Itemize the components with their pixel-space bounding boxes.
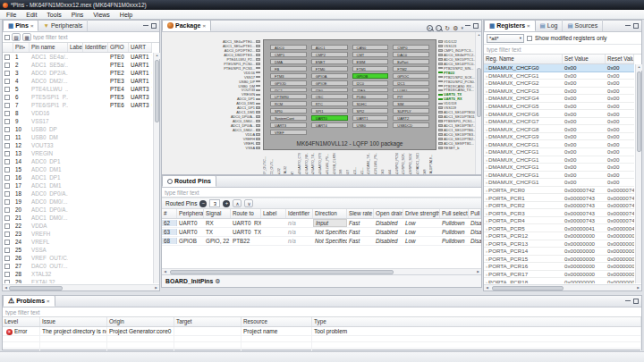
peripheral-block[interactable]: FTM1	[352, 66, 389, 72]
pin-row[interactable]: 17 ADC1_DM1	[3, 181, 152, 189]
register-row[interactable]: ›PORTA_PCR13 0x00000000 0x00000000	[484, 240, 634, 248]
peripheral-block[interactable]: SDHC	[352, 101, 389, 106]
pin-row-checkbox[interactable]	[4, 63, 10, 68]
peripheral-block[interactable]: GPIOB	[352, 73, 389, 79]
package-pin-label[interactable]: PTA2/UART0_TX...	[311, 153, 318, 174]
package-pin-label[interactable]: PTA3/UART0_RTS...	[318, 153, 326, 174]
package-pin-label[interactable]: PTA16/SPI0_SOUT...	[409, 153, 416, 174]
pin-row-checkbox[interactable]	[4, 159, 10, 164]
pin-row-checkbox[interactable]	[4, 232, 10, 237]
pin-row-checkbox[interactable]	[4, 240, 10, 245]
peripheral-block[interactable]: FTM2	[393, 66, 429, 72]
registers-vertical-scrollbar[interactable]: ▲	[635, 64, 641, 283]
package-pin-label[interactable]: VBAT	[291, 153, 298, 174]
peripheral-block[interactable]: RTC	[311, 101, 348, 106]
peripheral-block[interactable]: ADC0	[270, 45, 307, 50]
peripheral-block[interactable]: I2S0	[311, 88, 348, 93]
zoom-in-icon[interactable]: +	[427, 25, 433, 31]
package-pin-label[interactable]: PTA4/LLWU_P3...	[326, 153, 333, 174]
col-reset-value[interactable]: Reset Value	[606, 55, 634, 63]
peripheral-block[interactable]: FB	[270, 66, 307, 72]
col-reg-name[interactable]: Reg. Name	[484, 55, 563, 63]
peripheral-block[interactable]: FTM0	[311, 66, 348, 72]
pin-row[interactable]: 18 ADC0_DP0/A...	[3, 189, 152, 198]
col-uart[interactable]: UART	[129, 43, 152, 52]
pin-row-checkbox[interactable]	[4, 199, 10, 205]
pin-row[interactable]: 5 PTE4/LLWU_... PTE4 UART3_TX	[3, 85, 152, 93]
routed-column-header[interactable]: Signal	[204, 209, 231, 218]
pin-row-checkbox[interactable]	[4, 248, 10, 253]
maximize-view-icon[interactable]	[473, 23, 479, 29]
routed-column-header[interactable]: Identifier	[286, 209, 313, 218]
pin-row-checkbox[interactable]	[4, 207, 10, 213]
pin-row-checkbox[interactable]	[4, 55, 10, 60]
register-row[interactable]: ›PORTA_PCR18 0x00000000 0x00000000	[484, 278, 634, 283]
routed-column-header[interactable]: Pull enable	[469, 209, 481, 218]
pin-row[interactable]: 26 VREF_OUT/C...	[3, 254, 152, 262]
problems-column-header[interactable]: Issue	[40, 317, 107, 326]
add-pin-button[interactable]: +	[223, 200, 230, 207]
package-pin-label[interactable]: PTA0/UART0_CTS...	[298, 153, 305, 174]
pin-row[interactable]: 19 ADC0_DM0/...	[3, 198, 152, 206]
pin-row[interactable]: 22 VDDA	[3, 222, 152, 230]
pin-row[interactable]: 27 DAC0_OUT/...	[3, 262, 152, 270]
peripheral-block[interactable]: GPIOE	[311, 80, 348, 86]
routed-column-header[interactable]: Pull select	[440, 209, 469, 218]
pin-row[interactable]: 25 VSSA	[3, 246, 152, 254]
register-row[interactable]: ›PORTA_PCR12 0x00000000 0x00000000	[484, 232, 634, 240]
peripheral-block[interactable]: DAC0	[393, 52, 429, 57]
register-row[interactable]: ›DMAMUX_CHCFG6 0x00 0x00	[484, 110, 634, 118]
routed-column-header[interactable]: Label	[261, 209, 286, 218]
peripheral-block[interactable]: LPTMR0	[270, 94, 307, 99]
pin-row-checkbox[interactable]	[4, 143, 10, 148]
show-modified-checkbox[interactable]	[527, 36, 532, 41]
problems-column-header[interactable]: Level	[3, 317, 40, 326]
scroll-up-arrow[interactable]: ▲	[636, 64, 642, 71]
pin-row-checkbox[interactable]	[4, 71, 10, 76]
menu-item[interactable]: Views	[89, 11, 114, 19]
register-row[interactable]: ›DMAMUX_CHCFG1 0x00 0x00	[484, 140, 634, 148]
pin-row-checkbox[interactable]	[4, 223, 10, 229]
routed-column-header[interactable]: Open drain	[374, 209, 403, 218]
pin-row[interactable]: 8 VDD16	[3, 109, 152, 117]
close-icon[interactable]: ×	[47, 299, 50, 304]
scroll-left-arrow[interactable]: ◀	[3, 286, 9, 290]
pin-row-checkbox[interactable]	[4, 215, 10, 221]
pin-row-checkbox[interactable]	[4, 264, 10, 269]
package-pin-label[interactable]: PTA17/ADC1_SE17...	[416, 153, 423, 174]
maximize-view-icon[interactable]	[151, 23, 157, 29]
pin-row[interactable]: 15 ADC0_DM1	[3, 165, 152, 173]
pin-row-checkbox[interactable]	[4, 280, 10, 283]
minimize-view-icon[interactable]	[625, 23, 631, 29]
peripheral-block[interactable]: CMT	[352, 52, 389, 57]
register-row[interactable]: ›DMAMUX_CHCFG1 0x00 0x00	[484, 164, 634, 172]
pin-row[interactable]: 24 VREFL	[3, 238, 152, 246]
peripheral-block[interactable]: PIT	[393, 94, 429, 99]
peripheral-block[interactable]: UART1	[352, 115, 389, 121]
peripheral-block[interactable]: EWM	[352, 59, 389, 64]
pin-row[interactable]: 23 VREFH	[3, 230, 152, 238]
register-row[interactable]: ›PORTA_PCR0 0x00000742 0x00000742	[484, 187, 634, 195]
routed-horizontal-scrollbar[interactable]: ◀ ▶	[162, 268, 481, 274]
tab-sources[interactable]: ▤ Sources	[563, 20, 603, 31]
register-row[interactable]: ›PORTA_PCR14 0x00000000 0x00000000	[484, 248, 634, 256]
col-identifier[interactable]: Identifier	[83, 43, 108, 52]
peripheral-block[interactable]: JTAG	[352, 88, 389, 93]
scroll-thumb[interactable]	[477, 68, 481, 117]
pin-row-checkbox[interactable]	[4, 151, 10, 156]
routed-column-header[interactable]: Slew rate	[347, 209, 374, 218]
pin-row[interactable]: 28 XTAL32	[3, 270, 152, 278]
pin-row[interactable]: 16 ADC1_DP1	[3, 173, 152, 181]
pin-row-checkbox[interactable]	[4, 103, 10, 108]
peripheral-block[interactable]: UART0	[311, 115, 348, 121]
peripheral-block[interactable]: I2C1	[393, 80, 429, 86]
pin-row-checkbox[interactable]	[4, 272, 10, 277]
peripheral-block[interactable]: OSC	[311, 94, 348, 99]
pins-toolbar-button-1[interactable]: ▧	[12, 33, 21, 41]
package-pin-label[interactable]: VSS37	[346, 153, 353, 174]
pin-row[interactable]: 13 VREGIN	[3, 149, 152, 157]
tab-peripherals[interactable]: ▼ Peripherals	[38, 20, 88, 31]
peripheral-block[interactable]: CMP0	[393, 45, 429, 50]
peripheral-block[interactable]: I2C2	[270, 88, 307, 93]
package-pin-label[interactable]: VSSA	[163, 146, 261, 150]
